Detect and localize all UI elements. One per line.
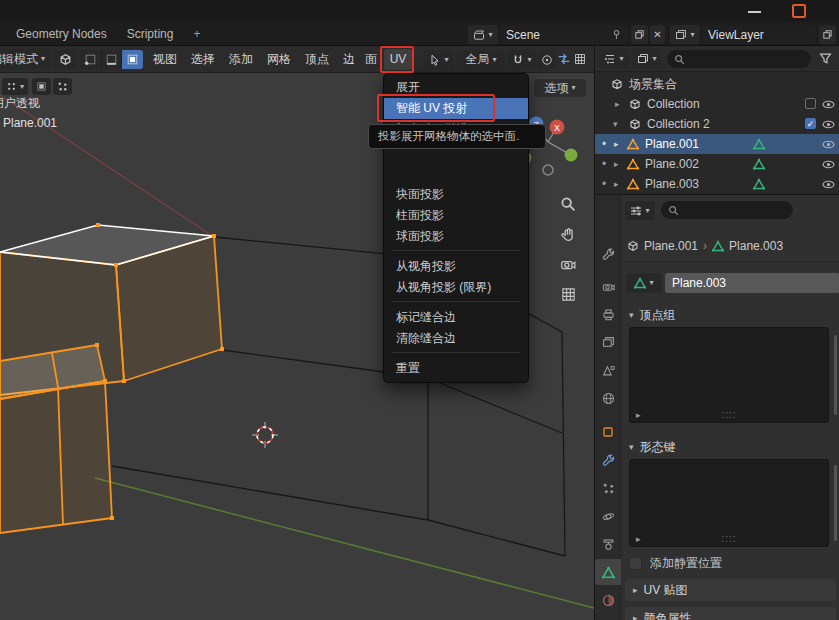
outliner-row-collection[interactable]: ▸ Collection <box>595 94 839 114</box>
snap-toggle-icon[interactable] <box>557 52 571 66</box>
menu-face[interactable]: 面 <box>358 46 384 73</box>
uv-maps-panel-header[interactable]: ▸ UV 贴图 <box>625 579 836 601</box>
uv-menu-item-reset[interactable]: 重置 <box>384 358 528 379</box>
viewport-options-dropdown[interactable]: 选项 ▾ <box>534 79 586 97</box>
scene-browse-dropdown[interactable]: ▾ <box>468 25 498 44</box>
workspace-tab-scripting[interactable]: Scripting <box>117 22 184 46</box>
tweak-tool-dropdown[interactable]: ▾ <box>424 50 454 69</box>
resize-grip[interactable]: :::: <box>721 533 736 544</box>
outliner-row-plane-002[interactable]: • ▸ Plane.002 <box>595 154 839 174</box>
shape-keys-list[interactable]: ▸ :::: <box>629 459 829 547</box>
tab-tool[interactable] <box>595 241 621 267</box>
outliner-row-plane-001[interactable]: • ▸ Plane.001 <box>595 134 839 154</box>
rest-position-checkbox[interactable] <box>629 557 642 570</box>
snap-dropdown[interactable]: ▾ <box>508 50 536 69</box>
proportional-edit-button[interactable] <box>538 50 556 69</box>
vertex-select-mode-button[interactable] <box>80 50 101 69</box>
properties-editor-type-dropdown[interactable]: ▾ <box>625 201 655 220</box>
tab-view-layer[interactable] <box>595 329 621 355</box>
outliner-type-dropdown[interactable]: ▾ <box>599 49 629 68</box>
chevron-right-icon[interactable]: ▸ <box>614 134 619 154</box>
eye-icon[interactable] <box>822 158 835 171</box>
scene-name-field[interactable]: Scene <box>500 25 628 44</box>
overlays-icon[interactable] <box>574 53 586 65</box>
viewlayer-name-field[interactable]: ViewLayer <box>702 25 816 44</box>
chevron-right-icon[interactable]: ▸ <box>636 410 641 420</box>
uv-menu-item-project-from-view-bounds[interactable]: 从视角投影 (限界) <box>384 277 528 298</box>
viewlayer-copy-button[interactable] <box>819 25 836 44</box>
shape-keys-scrollbar[interactable] <box>834 465 837 541</box>
workspace-tab-geometry-nodes[interactable]: Geometry Nodes <box>6 22 117 46</box>
uv-menu-item-clear-seam[interactable]: 清除缝合边 <box>384 328 528 349</box>
mode-select-dropdown[interactable]: 编辑模式 ▾ <box>0 49 50 69</box>
ortho-toggle-button[interactable] <box>556 282 580 306</box>
mesh-data-browse-dropdown[interactable]: ▾ <box>626 273 662 293</box>
vertex-groups-list[interactable]: ▸ :::: <box>629 327 829 423</box>
menu-select[interactable]: 选择 <box>184 46 222 73</box>
tab-output[interactable] <box>595 301 621 327</box>
mesh-data-name-field[interactable]: Plane.003 <box>665 273 839 293</box>
eye-icon[interactable] <box>822 178 835 191</box>
breadcrumb-object[interactable]: Plane.001 <box>644 239 698 253</box>
menu-uv[interactable]: UV <box>384 49 412 70</box>
camera-view-button[interactable] <box>556 252 580 276</box>
tab-constraints[interactable] <box>595 531 621 557</box>
tab-modifiers[interactable] <box>595 447 621 473</box>
chevron-down-icon[interactable]: ▾ <box>613 114 618 134</box>
tab-object[interactable] <box>595 419 621 445</box>
eye-icon[interactable] <box>822 98 835 111</box>
zoom-button[interactable] <box>556 192 580 216</box>
outliner-search-input[interactable] <box>667 50 811 68</box>
menu-mesh[interactable]: 网格 <box>260 46 298 73</box>
face-select-mode-button[interactable] <box>122 50 143 69</box>
tab-particles[interactable] <box>595 475 621 501</box>
uv-menu-item-cube-projection[interactable]: 块面投影 <box>384 184 528 205</box>
uv-menu-item-smart-uv-project[interactable]: 智能 UV 投射 <box>384 98 528 119</box>
eye-icon[interactable] <box>822 138 835 151</box>
pan-hand-button[interactable] <box>556 222 580 246</box>
outliner-row-scene-collection[interactable]: 场景集合 <box>595 74 839 94</box>
outliner-row-collection-2[interactable]: ▾ Collection 2 ✓ <box>595 114 839 134</box>
uv-menu-item-project-from-view[interactable]: 从视角投影 <box>384 256 528 277</box>
tab-world[interactable] <box>595 385 621 411</box>
tab-object-data[interactable] <box>595 559 621 585</box>
add-workspace-button[interactable]: + <box>183 22 210 46</box>
tab-material[interactable] <box>595 587 621 613</box>
outliner-filter-button[interactable] <box>819 52 832 65</box>
window-maximize-button[interactable] <box>792 4 806 18</box>
resize-grip[interactable]: :::: <box>721 409 736 420</box>
tab-render[interactable] <box>595 273 621 299</box>
transform-orientation-dropdown[interactable]: 全局 ▾ <box>457 50 505 69</box>
tool-settings-dropdown[interactable]: ▾ <box>2 78 28 95</box>
menu-view[interactable]: 视图 <box>146 46 184 73</box>
color-attributes-panel-header[interactable]: ▸ 颜色属性 <box>625 607 836 620</box>
tab-physics[interactable] <box>595 503 621 529</box>
chevron-right-icon[interactable]: ▸ <box>615 94 620 114</box>
viewlayer-browse-dropdown[interactable]: ▾ <box>670 25 700 44</box>
scene-unlink-button[interactable]: ✕ <box>650 25 665 44</box>
pin-icon[interactable] <box>611 29 622 40</box>
tool-settings-button-1[interactable] <box>32 78 51 95</box>
scene-copy-button[interactable] <box>631 25 648 44</box>
uv-menu-item-sphere-projection[interactable]: 球面投影 <box>384 226 528 247</box>
outliner-row-plane-003[interactable]: • ▸ Plane.003 <box>595 174 839 194</box>
properties-search-input[interactable] <box>661 201 793 219</box>
tab-scene[interactable] <box>595 357 621 383</box>
editmode-icon-button[interactable] <box>54 50 76 69</box>
window-minimize-button[interactable] <box>748 11 761 13</box>
uv-menu-item-unwrap[interactable]: 展开 <box>384 77 528 98</box>
eye-icon[interactable] <box>822 118 835 131</box>
menu-add[interactable]: 添加 <box>222 46 260 73</box>
edge-select-mode-button[interactable] <box>101 50 122 69</box>
shape-keys-panel-header[interactable]: ▾ 形态键 <box>629 439 676 456</box>
tool-settings-button-2[interactable] <box>53 78 72 95</box>
collection-exclude-checkbox[interactable]: ✓ <box>805 118 816 129</box>
uv-menu-item-cylinder-projection[interactable]: 柱面投影 <box>384 205 528 226</box>
vertex-groups-scrollbar[interactable] <box>834 335 837 415</box>
vertex-groups-panel-header[interactable]: ▾ 顶点组 <box>629 307 676 324</box>
breadcrumb-data[interactable]: Plane.003 <box>729 239 783 253</box>
chevron-right-icon[interactable]: ▸ <box>636 534 641 544</box>
uv-menu-item-mark-seam[interactable]: 标记缝合边 <box>384 307 528 328</box>
collection-exclude-checkbox[interactable] <box>805 98 816 109</box>
chevron-right-icon[interactable]: ▸ <box>614 154 619 174</box>
